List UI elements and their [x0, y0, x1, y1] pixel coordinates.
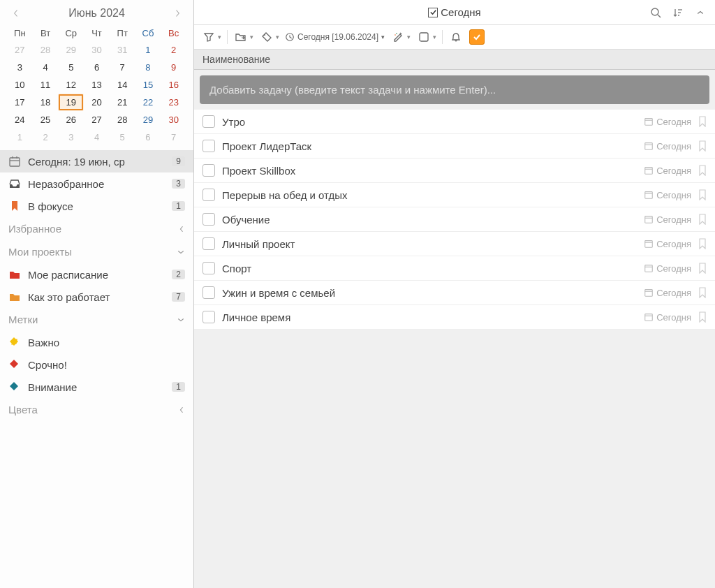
calendar-day[interactable]: 1	[135, 41, 161, 59]
calendar-day[interactable]: 22	[135, 94, 161, 111]
calendar-day[interactable]: 28	[110, 111, 135, 128]
task-checkbox[interactable]	[202, 213, 215, 226]
task-row[interactable]: СпортСегодня	[194, 256, 715, 281]
nav-section-colors[interactable]: Цвета	[0, 398, 193, 421]
reminder-button[interactable]	[448, 29, 464, 45]
calendar-day[interactable]: 4	[84, 128, 110, 146]
bookmark-icon[interactable]	[698, 238, 707, 249]
calendar-day[interactable]: 30	[161, 111, 186, 128]
calendar-day[interactable]: 29	[58, 41, 84, 59]
calendar-day[interactable]: 4	[33, 59, 59, 76]
prev-month-button[interactable]	[11, 8, 21, 18]
calendar-day[interactable]: 29	[135, 111, 161, 128]
nav-section-tags[interactable]: Метки	[0, 308, 193, 331]
calendar-day[interactable]: 5	[110, 128, 135, 146]
calendar-day[interactable]: 27	[7, 41, 33, 59]
task-row[interactable]: Перерыв на обед и отдыхСегодня	[194, 183, 715, 207]
bookmark-icon[interactable]	[698, 287, 707, 298]
calendar-day[interactable]: 6	[84, 59, 110, 76]
task-row[interactable]: УтроСегодня	[194, 110, 715, 134]
bookmark-icon[interactable]	[698, 214, 707, 225]
nav-tag-attention[interactable]: Внимание 1	[0, 376, 193, 398]
calendar-day[interactable]: 23	[161, 94, 186, 111]
calendar-day[interactable]: 8	[135, 59, 161, 76]
search-button[interactable]	[648, 5, 663, 20]
bookmark-icon[interactable]	[698, 116, 707, 127]
nav-focus[interactable]: В фокусе 1	[0, 195, 193, 217]
tag-assign-button[interactable]	[259, 29, 274, 45]
calendar-day[interactable]: 25	[33, 111, 59, 128]
task-checkbox[interactable]	[202, 237, 215, 250]
color-button[interactable]	[390, 29, 406, 45]
nav-project-schedule[interactable]: Мое расписание 2	[0, 263, 193, 286]
task-row[interactable]: Проект ЛидерТаскСегодня	[194, 134, 715, 159]
task-date-label: Сегодня	[656, 190, 691, 200]
move-to-project-button[interactable]	[233, 29, 249, 45]
calendar-day[interactable]: 7	[110, 59, 135, 76]
calendar-day[interactable]: 14	[110, 76, 135, 94]
calendar-day[interactable]: 2	[33, 128, 59, 146]
task-checkbox[interactable]	[202, 140, 215, 152]
toolbar-date-picker[interactable]: Сегодня [19.06.2024] ▾	[285, 32, 385, 42]
task-date: Сегодня	[644, 239, 691, 249]
task-checkbox[interactable]	[202, 164, 215, 177]
bookmark-icon[interactable]	[698, 311, 707, 323]
calendar-day[interactable]: 26	[58, 111, 84, 128]
calendar-day[interactable]: 7	[161, 128, 186, 146]
calendar-day[interactable]: 5	[58, 59, 84, 76]
calendar-day[interactable]: 20	[84, 94, 110, 111]
add-task-input[interactable]: Добавить задачу (введите текст задачи и …	[200, 75, 709, 104]
bookmark-icon[interactable]	[698, 189, 707, 200]
nav-inbox[interactable]: Неразобранное 3	[0, 172, 193, 195]
checklist-button[interactable]	[416, 29, 432, 45]
calendar-day[interactable]: 3	[58, 128, 84, 146]
bookmark-icon[interactable]	[698, 140, 707, 152]
calendar-day[interactable]: 17	[7, 94, 33, 111]
calendar-day[interactable]: 6	[135, 128, 161, 146]
calendar-day[interactable]: 31	[110, 41, 135, 59]
calendar-day[interactable]: 16	[161, 76, 186, 94]
calendar-day[interactable]: 18	[33, 94, 59, 111]
collapse-button[interactable]	[693, 5, 708, 20]
nav-project-howitworks[interactable]: Как это работает 7	[0, 286, 193, 308]
calendar-day[interactable]: 28	[33, 41, 59, 59]
calendar-day[interactable]: 19	[58, 94, 84, 111]
task-row[interactable]: Личное времяСегодня	[194, 305, 715, 330]
nav-tag-important[interactable]: Важно	[0, 331, 193, 353]
next-month-button[interactable]	[172, 8, 182, 18]
task-checkbox[interactable]	[202, 286, 215, 299]
calendar-day[interactable]: 13	[84, 76, 110, 94]
task-checkbox[interactable]	[202, 189, 215, 201]
calendar-dow: Пт	[110, 25, 135, 41]
task-row[interactable]: ОбучениеСегодня	[194, 207, 715, 232]
task-checkbox[interactable]	[202, 311, 215, 323]
nav-section-favorites-label: Избранное	[8, 223, 61, 235]
calendar-day[interactable]: 3	[7, 59, 33, 76]
filter-button[interactable]	[201, 29, 216, 45]
task-row[interactable]: Ужин и время с семьейСегодня	[194, 281, 715, 305]
nav-section-projects[interactable]: Мои проекты	[0, 240, 193, 263]
nav-today[interactable]: Сегодня: 19 июн, ср 9	[0, 150, 193, 172]
calendar-day[interactable]: 2	[161, 41, 186, 59]
nav-tag-urgent[interactable]: Срочно!	[0, 353, 193, 376]
nav-section-favorites[interactable]: Избранное	[0, 217, 193, 240]
calendar-day[interactable]: 24	[7, 111, 33, 128]
task-checkbox[interactable]	[202, 115, 215, 128]
complete-toggle-button[interactable]	[469, 29, 485, 45]
task-row[interactable]: Личный проектСегодня	[194, 232, 715, 256]
task-row[interactable]: Проект SkillboxСегодня	[194, 159, 715, 183]
calendar-day[interactable]: 21	[110, 94, 135, 111]
calendar-day[interactable]: 30	[84, 41, 110, 59]
calendar-day[interactable]: 15	[135, 76, 161, 94]
bookmark-icon	[8, 200, 21, 212]
calendar-day[interactable]: 12	[58, 76, 84, 94]
calendar-day[interactable]: 27	[84, 111, 110, 128]
bookmark-icon[interactable]	[698, 263, 707, 274]
calendar-day[interactable]: 11	[33, 76, 59, 94]
task-checkbox[interactable]	[202, 262, 215, 274]
calendar-day[interactable]: 1	[7, 128, 33, 146]
calendar-day[interactable]: 10	[7, 76, 33, 94]
calendar-day[interactable]: 9	[161, 59, 186, 76]
sort-button[interactable]	[670, 5, 686, 20]
bookmark-icon[interactable]	[698, 165, 707, 176]
